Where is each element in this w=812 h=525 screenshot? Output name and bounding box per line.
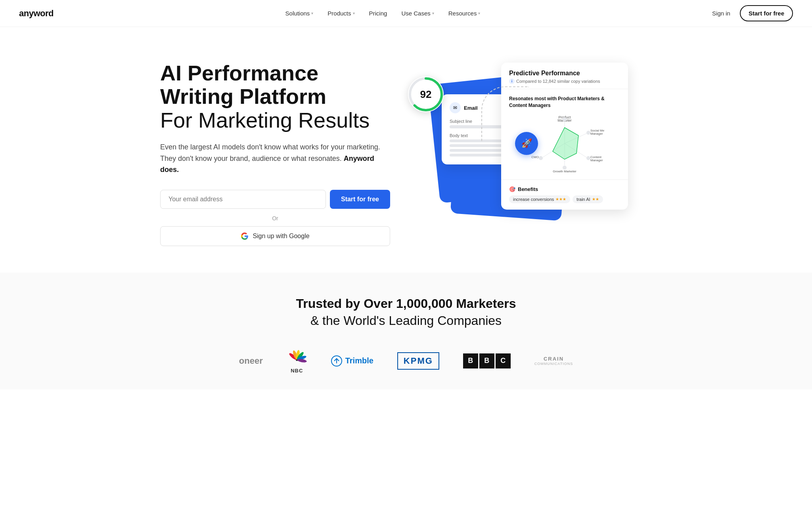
svg-point-10 (563, 117, 567, 121)
start-free-button[interactable]: Start for free (740, 5, 793, 21)
logos-row: oneer NBC Trimble (16, 348, 796, 374)
score-circle: 92 (408, 76, 444, 112)
bbc-box-b2: B (479, 353, 494, 368)
chevron-down-icon: ▾ (478, 11, 480, 15)
predictive-title: Predictive Performance (509, 70, 620, 77)
score-container: 92 (408, 76, 444, 112)
bbc-box-c: C (496, 353, 511, 368)
nav-resources[interactable]: Resources ▾ (448, 10, 481, 17)
chevron-down-icon: ▾ (353, 11, 355, 15)
kpmg-logo: KPMG (397, 352, 439, 370)
benefit2-stars: ★★ (592, 197, 599, 201)
trimble-logo: Trimble (331, 355, 373, 367)
hero-section: AI Performance Writing Platform For Mark… (128, 27, 684, 273)
benefits-icon: 🎯 (509, 186, 515, 192)
nav-links: Solutions ▾ Products ▾ Pricing Use Cases… (285, 10, 481, 17)
score-number: 92 (420, 88, 432, 101)
nav-pricing[interactable]: Pricing (369, 10, 387, 17)
hero-subtitle: Even the largest AI models don't know wh… (160, 141, 390, 176)
info-icon: i (509, 78, 515, 84)
logo[interactable]: anyword (19, 8, 54, 19)
svg-point-13 (563, 166, 567, 170)
hero-form: Start for free (160, 190, 390, 209)
nbc-logo: NBC (287, 348, 307, 374)
svg-text:Manager: Manager (590, 132, 603, 136)
benefits-section: 🎯 Benefits increase conversions ★★★ trai… (501, 180, 628, 210)
google-icon (241, 232, 249, 240)
svg-text:Manager: Manager (590, 158, 603, 162)
google-signup-button[interactable]: Sign up with Google (160, 226, 390, 246)
hero-title: AI Performance Writing Platform For Mark… (160, 61, 390, 132)
hero-illustration: ✉ Email Subject line Body text 🚀 (406, 55, 652, 253)
svg-point-12 (586, 156, 590, 160)
benefit1-stars: ★★★ (555, 197, 566, 201)
email-icon: ✉ (450, 102, 461, 113)
pioneer-logo: oneer (239, 356, 263, 366)
bbc-logo: B B C (463, 353, 511, 368)
or-divider: Or (160, 215, 390, 221)
benefits-tags: increase conversions ★★★ train AI ★★ (509, 195, 620, 203)
navigation: anyword Solutions ▾ Products ▾ Pricing U… (0, 0, 812, 27)
email-input[interactable] (160, 190, 326, 209)
svg-point-14 (539, 156, 543, 160)
nav-use-cases[interactable]: Use Cases ▾ (401, 10, 434, 17)
svg-text:CMO: CMO (531, 155, 539, 159)
chevron-down-icon: ▾ (432, 11, 434, 15)
benefit-tag-2: train AI ★★ (573, 195, 603, 203)
rocket-icon-circle: 🚀 (515, 132, 538, 155)
start-free-hero-button[interactable]: Start for free (330, 190, 390, 209)
trusted-subtitle: & the World's Leading Companies (16, 313, 796, 328)
hero-left: AI Performance Writing Platform For Mark… (160, 61, 390, 246)
rocket-icon: 🚀 (521, 138, 532, 149)
bbc-box-b1: B (463, 353, 478, 368)
trimble-icon (331, 355, 342, 367)
cards-scene: ✉ Email Subject line Body text 🚀 (430, 55, 628, 253)
predictive-sub: i Compared to 12,842 similar copy variat… (509, 78, 620, 84)
signin-link[interactable]: Sign in (712, 10, 730, 17)
svg-point-11 (586, 131, 590, 135)
benefits-title: 🎯 Benefits (509, 186, 620, 192)
benefit-tag-1: increase conversions ★★★ (509, 195, 570, 203)
crain-logo: CRAIN COMMUNICATIONS (534, 356, 573, 366)
chevron-down-icon: ▾ (311, 11, 313, 15)
nav-products[interactable]: Products ▾ (327, 10, 354, 17)
trusted-title: Trusted by Over 1,000,000 Marketers (16, 296, 796, 311)
trusted-section: Trusted by Over 1,000,000 Marketers & th… (0, 273, 812, 389)
svg-marker-7 (553, 128, 578, 159)
svg-text:Growth Marketer: Growth Marketer (553, 170, 576, 173)
card-main-header: Predictive Performance i Compared to 12,… (501, 63, 628, 89)
nav-solutions[interactable]: Solutions ▾ (285, 10, 314, 17)
nbc-peacock-icon (287, 348, 307, 366)
nav-right: Sign in Start for free (712, 5, 793, 21)
